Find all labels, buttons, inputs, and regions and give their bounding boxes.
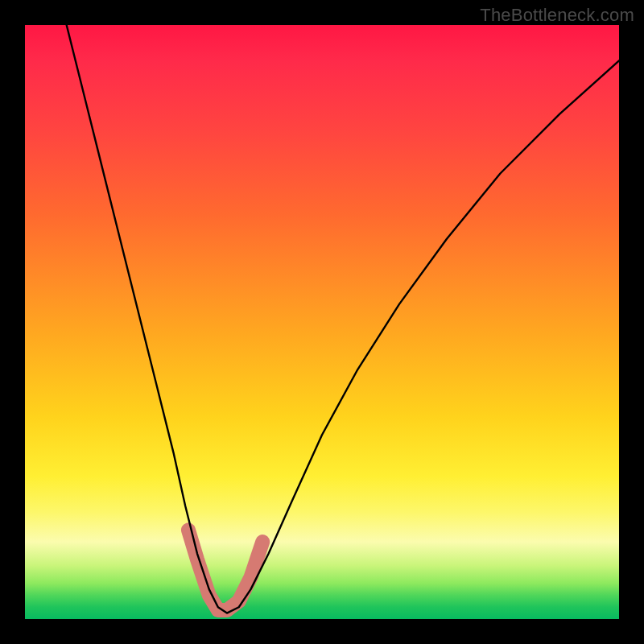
watermark-text: TheBottleneck.com: [480, 5, 634, 26]
chart-frame: TheBottleneck.com: [0, 0, 644, 644]
gradient-background: [25, 25, 619, 619]
